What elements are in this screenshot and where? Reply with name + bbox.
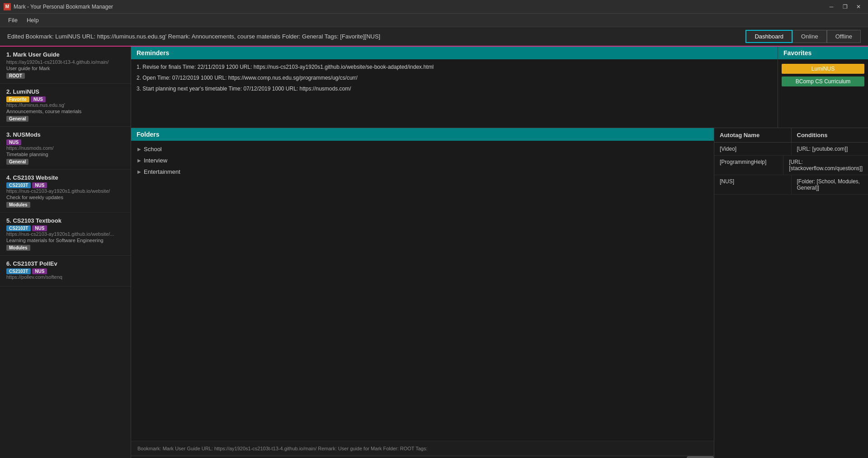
folder-tag-container: General (6, 159, 124, 165)
tag-container: NUS (6, 139, 124, 145)
autotag-condition-cell: [Folder: [School, Modules, General]] (792, 175, 868, 194)
bookmark-item-1[interactable]: 1. Mark User Guidehttps://ay1920s1-cs210… (0, 47, 131, 84)
window-title: Mark - Your Personal Bookmark Manager (14, 4, 113, 10)
close-button[interactable]: ✕ (853, 2, 864, 11)
folder-tag-container: General (6, 116, 124, 122)
content-area: Reminders 1. Revise for finals Time: 22/… (131, 47, 868, 458)
bookmark-item-5[interactable]: 5. CS2103 TextbookCS2103TNUShttps://nus-… (0, 213, 131, 256)
folder-name: School (144, 146, 162, 153)
bookmark-remark: Check for weekly updates (6, 195, 124, 200)
bookmark-title: 5. CS2103 Textbook (6, 217, 124, 224)
bookmark-remark: User guide for Mark (6, 66, 124, 71)
bookmark-url: https://nus-cs2103-ay1920s1.github.io/we… (6, 188, 124, 194)
folders-header: Folders (131, 128, 714, 141)
autotag-header-row: Autotag Name Conditions (714, 128, 868, 143)
tag-cs2103t: CS2103T (6, 182, 31, 188)
folder-name: Entertainment (144, 168, 180, 175)
sidebar: 1. Mark User Guidehttps://ay1920s1-cs210… (0, 47, 131, 458)
main-area: 1. Mark User Guidehttps://ay1920s1-cs210… (0, 47, 868, 458)
tag-favorite: Favorite (6, 96, 29, 102)
tag-nus: NUS (32, 225, 47, 231)
window-controls: ─ ❐ ✕ (826, 2, 864, 11)
bookmark-item-4[interactable]: 4. CS2103 WebsiteCS2103TNUShttps://nus-c… (0, 170, 131, 213)
reminder-item-3: 3. Start planning next year's timetable … (137, 85, 772, 93)
folder-tag-container: Modules (6, 202, 124, 208)
reminder-item-1: 1. Revise for finals Time: 22/11/2019 12… (137, 63, 772, 71)
bottom-section: Folders ▶School▶Interview▶Entertainment … (131, 128, 868, 458)
bookmark-remark: Announcements, course materials (6, 109, 124, 114)
bookmark-title: 4. CS2103 Website (6, 174, 124, 181)
restore-button[interactable]: ❐ (839, 2, 851, 11)
bookmark-item-2[interactable]: 2. LumiNUSFavoriteNUShttps://luminus.nus… (0, 84, 131, 127)
menu-bar: File Help (0, 14, 868, 27)
online-button[interactable]: Online (793, 30, 827, 43)
app-icon: M (4, 3, 11, 10)
tag-container: ROOT (6, 73, 124, 79)
reminders-body: 1. Revise for finals Time: 22/11/2019 12… (131, 59, 778, 128)
folder-arrow-icon: ▶ (137, 158, 141, 163)
autotag-condition-cell: [URL: [youtube.com]] (792, 143, 868, 155)
bookmark-title: 3. NUSMods (6, 131, 124, 138)
tag-nus: NUS (32, 182, 47, 188)
folders-scrollbar[interactable] (131, 456, 714, 458)
help-menu[interactable]: Help (22, 15, 43, 25)
reminder-item-2: 2. Open Time: 07/12/2019 1000 URL: https… (137, 74, 772, 82)
tag-container: CS2103TNUS (6, 182, 124, 188)
tag-nus: NUS (6, 139, 21, 145)
bookmark-title: 1. Mark User Guide (6, 51, 124, 58)
scroll-thumb-horizontal[interactable] (687, 456, 714, 458)
bookmark-url: https://nusmods.com/ (6, 145, 124, 151)
nav-buttons: Dashboard Online Offline (745, 30, 861, 43)
bookmark-remark: Learning materials for Software Engineer… (6, 238, 124, 243)
offline-button[interactable]: Offline (827, 30, 861, 43)
reminders-header: Reminders (131, 47, 778, 59)
folder-item-entertainment[interactable]: ▶Entertainment (131, 166, 714, 177)
folder-tag: Modules (6, 202, 30, 208)
bookmark-url: https://luminus.nus.edu.sg' (6, 102, 124, 108)
folder-item-school[interactable]: ▶School (131, 143, 714, 155)
folder-tag-container: Modules (6, 245, 124, 251)
folder-item-interview[interactable]: ▶Interview (131, 155, 714, 166)
tag-container: FavoriteNUS (6, 96, 124, 102)
autotag-name-header: Autotag Name (714, 128, 792, 142)
title-bar-left: M Mark - Your Personal Bookmark Manager (4, 3, 113, 10)
tag-nus: NUS (31, 96, 46, 102)
tag-root: ROOT (6, 73, 25, 79)
folder-tag: General (6, 159, 28, 165)
folder-name: Interview (144, 157, 167, 164)
minimize-button[interactable]: ─ (826, 2, 837, 11)
autotag-name-cell: [ProgrammingHelp] (714, 156, 783, 175)
favorite-item-1[interactable]: LumiNUS (782, 64, 864, 74)
autotag-body: [Video][URL: [youtube.com]][ProgrammingH… (714, 143, 868, 458)
bookmark-url: https://pollev.com/softenq (6, 274, 124, 280)
favorites-panel: Favorites LumiNUSBComp CS Curriculum (778, 47, 868, 128)
status-bar: Edited Bookmark: LumiNUS URL: https://lu… (0, 27, 868, 47)
autotag-row-3: [NUS][Folder: [School, Modules, General]… (714, 175, 868, 195)
reminders-panel: Reminders 1. Revise for finals Time: 22/… (131, 47, 778, 128)
folder-arrow-icon: ▶ (137, 169, 141, 174)
bookmark-title: 6. CS2103T PollEv (6, 260, 124, 267)
autotag-name-cell: [Video] (714, 143, 792, 155)
status-text: Edited Bookmark: LumiNUS URL: https://lu… (7, 33, 380, 40)
autotag-conditions-header: Conditions (792, 128, 868, 142)
autotag-panel: Autotag Name Conditions [Video][URL: [yo… (714, 128, 868, 458)
folders-body: ▶School▶Interview▶Entertainment (131, 141, 714, 441)
tag-container: CS2103TNUS (6, 268, 124, 274)
tag-nus: NUS (32, 268, 47, 274)
autotag-name-cell: [NUS] (714, 175, 792, 194)
favorite-item-2[interactable]: BComp CS Curriculum (782, 76, 864, 86)
file-menu[interactable]: File (4, 15, 22, 25)
bookmark-url: https://ay1920s1-cs2103t-t13-4.github.io… (6, 59, 124, 65)
autotag-condition-cell: [URL: [stackoverflow.com/questions]] (783, 156, 868, 175)
autotag-row-2: [ProgrammingHelp][URL: [stackoverflow.co… (714, 156, 868, 175)
folder-arrow-icon: ▶ (137, 147, 141, 152)
folder-status-text: Bookmark: Mark User Guide URL: https://a… (131, 441, 714, 456)
top-section: Reminders 1. Revise for finals Time: 22/… (131, 47, 868, 128)
title-bar: M Mark - Your Personal Bookmark Manager … (0, 0, 868, 14)
folder-tag: Modules (6, 245, 30, 251)
folders-panel: Folders ▶School▶Interview▶Entertainment … (131, 128, 714, 458)
bookmark-item-6[interactable]: 6. CS2103T PollEvCS2103TNUShttps://polle… (0, 256, 131, 286)
bookmark-item-3[interactable]: 3. NUSModsNUShttps://nusmods.com/Timetab… (0, 127, 131, 170)
tag-cs2103t: CS2103T (6, 225, 31, 231)
dashboard-button[interactable]: Dashboard (745, 30, 793, 43)
